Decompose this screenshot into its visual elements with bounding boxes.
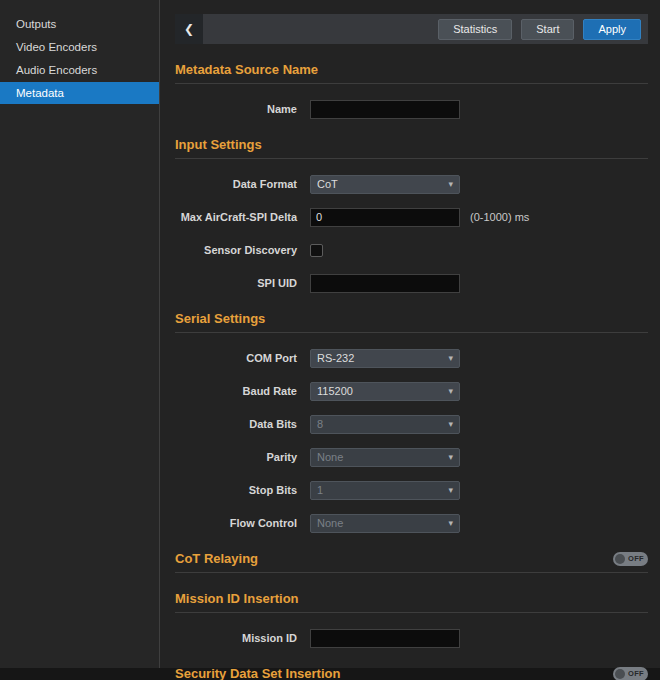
mission-id-rows: Mission ID (175, 628, 648, 648)
cot-relaying-toggle[interactable]: OFF (613, 552, 648, 566)
baud-rate-select[interactable]: 115200 ▾ (310, 382, 460, 401)
toggle-knob (615, 554, 625, 564)
section-title: CoT Relaying (175, 551, 258, 566)
section-title: Metadata Source Name (175, 62, 318, 77)
toggle-knob (615, 669, 625, 679)
metadata-source-rows: Name (175, 99, 648, 119)
section-title: Input Settings (175, 137, 262, 152)
spi-uid-label: SPI UID (175, 277, 297, 289)
sidebar-item-video-encoders[interactable]: Video Encoders (0, 36, 159, 58)
max-aircraft-spi-delta-input[interactable] (310, 208, 460, 227)
delta-range-hint: (0-1000) ms (470, 211, 529, 223)
sensor-discovery-row: Sensor Discovery (175, 240, 648, 260)
mission-id-row: Mission ID (175, 628, 648, 648)
flow-control-row: Flow Control None ▾ (175, 513, 648, 533)
data-bits-select: 8 ▾ (310, 415, 460, 434)
data-format-row: Data Format CoT ▾ (175, 174, 648, 194)
chevron-down-icon: ▾ (448, 180, 453, 189)
apply-button[interactable]: Apply (583, 19, 641, 40)
data-bits-value: 8 (317, 418, 323, 430)
sidebar-item-audio-encoders[interactable]: Audio Encoders (0, 59, 159, 81)
security-data-set-toggle[interactable]: OFF (613, 667, 648, 680)
baud-rate-label: Baud Rate (175, 385, 297, 397)
chevron-down-icon: ▾ (448, 453, 453, 462)
chevron-left-icon: ❮ (184, 22, 194, 36)
section-metadata-source-name: Metadata Source Name (175, 62, 648, 84)
main-content: ❮ Statistics Start Apply Metadata Source… (160, 0, 660, 668)
input-settings-rows: Data Format CoT ▾ Max AirCraft-SPI Delta… (175, 174, 648, 293)
serial-settings-rows: COM Port RS-232 ▾ Baud Rate 115200 ▾ Dat… (175, 348, 648, 533)
toggle-state-label: OFF (628, 554, 644, 563)
com-port-value: RS-232 (317, 352, 354, 364)
baud-rate-row: Baud Rate 115200 ▾ (175, 381, 648, 401)
mission-id-input[interactable] (310, 629, 460, 648)
flow-control-value: None (317, 517, 343, 529)
mission-id-label: Mission ID (175, 632, 297, 644)
max-aircraft-spi-delta-label: Max AirCraft-SPI Delta (175, 211, 297, 223)
chevron-down-icon: ▾ (448, 420, 453, 429)
chevron-down-icon: ▾ (448, 486, 453, 495)
com-port-label: COM Port (175, 352, 297, 364)
section-input-settings: Input Settings (175, 137, 648, 159)
toggle-state-label: OFF (628, 669, 644, 678)
back-button[interactable]: ❮ (175, 14, 203, 44)
sidebar-item-metadata[interactable]: Metadata (0, 82, 159, 104)
max-aircraft-spi-delta-row: Max AirCraft-SPI Delta (0-1000) ms (175, 207, 648, 227)
app-window: Outputs Video Encoders Audio Encoders Me… (0, 0, 660, 668)
start-button[interactable]: Start (521, 19, 574, 40)
parity-row: Parity None ▾ (175, 447, 648, 467)
data-format-select[interactable]: CoT ▾ (310, 175, 460, 194)
parity-label: Parity (175, 451, 297, 463)
section-cot-relaying: CoT Relaying OFF (175, 551, 648, 573)
sidebar-item-outputs[interactable]: Outputs (0, 13, 159, 35)
data-bits-row: Data Bits 8 ▾ (175, 414, 648, 434)
section-mission-id-insertion: Mission ID Insertion (175, 591, 648, 613)
stop-bits-row: Stop Bits 1 ▾ (175, 480, 648, 500)
data-bits-label: Data Bits (175, 418, 297, 430)
data-format-value: CoT (317, 178, 338, 190)
parity-select: None ▾ (310, 448, 460, 467)
flow-control-select: None ▾ (310, 514, 460, 533)
chevron-down-icon: ▾ (448, 387, 453, 396)
section-title: Mission ID Insertion (175, 591, 299, 606)
spi-uid-row: SPI UID (175, 273, 648, 293)
section-serial-settings: Serial Settings (175, 311, 648, 333)
parity-value: None (317, 451, 343, 463)
com-port-select[interactable]: RS-232 ▾ (310, 349, 460, 368)
stop-bits-value: 1 (317, 484, 323, 496)
toolbar: ❮ Statistics Start Apply (175, 14, 648, 44)
stop-bits-select: 1 ▾ (310, 481, 460, 500)
spi-uid-input[interactable] (310, 274, 460, 293)
section-title: Serial Settings (175, 311, 265, 326)
name-row: Name (175, 99, 648, 119)
name-label: Name (175, 103, 297, 115)
section-title: Security Data Set Insertion (175, 666, 340, 680)
section-security-data-set-insertion: Security Data Set Insertion OFF (175, 666, 648, 680)
sensor-discovery-checkbox[interactable] (310, 244, 323, 257)
toolbar-buttons: Statistics Start Apply (438, 19, 641, 40)
name-input[interactable] (310, 100, 460, 119)
stop-bits-label: Stop Bits (175, 484, 297, 496)
statistics-button[interactable]: Statistics (438, 19, 512, 40)
com-port-row: COM Port RS-232 ▾ (175, 348, 648, 368)
chevron-down-icon: ▾ (448, 354, 453, 363)
chevron-down-icon: ▾ (448, 519, 453, 528)
baud-rate-value: 115200 (317, 385, 353, 397)
sidebar: Outputs Video Encoders Audio Encoders Me… (0, 0, 160, 668)
data-format-label: Data Format (175, 178, 297, 190)
flow-control-label: Flow Control (175, 517, 297, 529)
sensor-discovery-label: Sensor Discovery (175, 244, 297, 256)
